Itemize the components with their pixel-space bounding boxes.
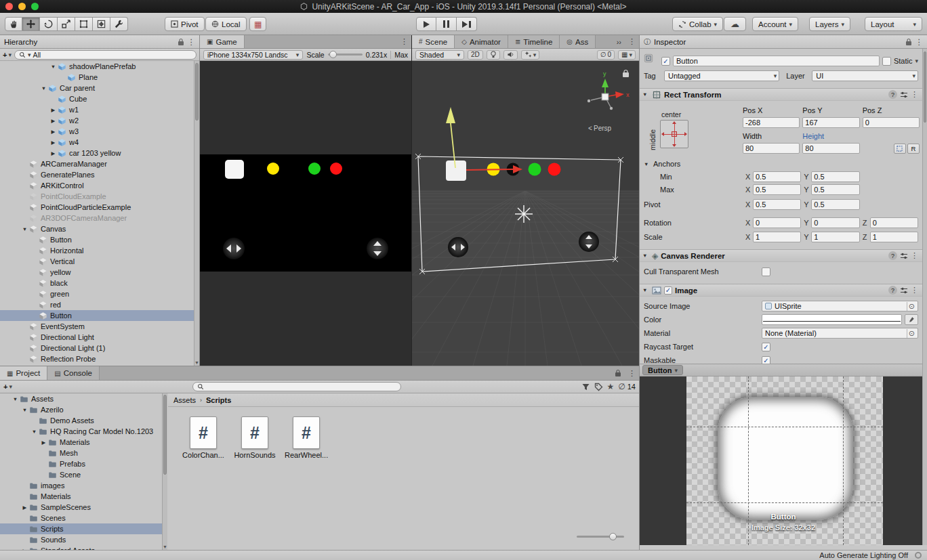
width-field[interactable]: 80 — [743, 143, 800, 154]
anchor-max-y-field[interactable]: 0.5 — [811, 184, 859, 195]
project-folder[interactable]: images — [0, 480, 167, 491]
project-tree-scrollbar[interactable]: ▼ — [162, 393, 167, 550]
hierarchy-item[interactable]: ▼Canvas — [0, 223, 194, 234]
project-folder[interactable]: ▼Assets — [0, 393, 167, 404]
hierarchy-item[interactable]: red — [0, 299, 194, 310]
hierarchy-item[interactable]: ▶w3 — [0, 126, 194, 137]
hierarchy-item[interactable]: Vertical — [0, 256, 194, 267]
scene-button-red[interactable] — [548, 163, 561, 176]
panel-menu-icon[interactable]: ⋮ — [915, 37, 924, 47]
hierarchy-item[interactable]: AR3DOFCameraManager — [0, 213, 194, 223]
expand-arrow-icon[interactable]: ▼ — [20, 226, 29, 232]
hand-tool-button[interactable] — [5, 17, 22, 31]
project-search-input[interactable] — [192, 382, 401, 391]
favorites-icon[interactable]: ★ — [607, 382, 615, 391]
hidden-packages-toggle[interactable]: ∅ 14 — [618, 382, 636, 391]
scene-lighting-button[interactable] — [487, 50, 500, 60]
canvas-renderer-header[interactable]: ▼ ◈ Canvas Renderer ? ⋮ — [640, 249, 922, 262]
rotate-tool-button[interactable] — [40, 17, 58, 31]
pause-button[interactable] — [436, 17, 457, 31]
maskable-checkbox[interactable] — [762, 356, 770, 364]
scene-button-green[interactable] — [529, 163, 541, 176]
panel-menu-icon[interactable]: ⋮ — [188, 37, 196, 47]
hierarchy-item[interactable]: green — [0, 288, 194, 299]
expand-arrow-icon[interactable]: ▶ — [49, 129, 58, 135]
anchor-preset-widget[interactable] — [660, 120, 688, 148]
layer-dropdown[interactable]: UI ▾ — [812, 70, 918, 81]
tab-timeline[interactable]: ≣ Timeline — [508, 35, 560, 48]
pivot-y-field[interactable]: 0.5 — [811, 199, 859, 210]
anchor-max-x-field[interactable]: 0.5 — [753, 184, 801, 195]
rotation-y-field[interactable]: 0 — [811, 217, 859, 228]
blueprint-mode-button[interactable] — [894, 144, 906, 154]
scale-x-field[interactable]: 1 — [753, 232, 801, 242]
scroll-down-icon[interactable]: ▼ — [194, 360, 199, 365]
tab-game[interactable]: ▣ Game — [200, 35, 245, 48]
active-checkbox[interactable] — [661, 57, 670, 66]
project-folder[interactable]: ▶SampleScenes — [0, 502, 167, 513]
project-folder[interactable]: Scenes — [0, 513, 167, 523]
object-picker-icon[interactable]: ⊙ — [907, 329, 916, 338]
move-tool-button[interactable] — [22, 17, 40, 31]
grid-snap-button[interactable]: ▦ — [249, 17, 266, 31]
static-dropdown-icon[interactable]: ▾ — [915, 58, 918, 64]
hierarchy-item[interactable]: PointCloudParticleExample — [0, 202, 194, 213]
name-field[interactable]: Button — [673, 56, 880, 66]
rect-tool-button[interactable] — [75, 17, 93, 31]
icon-size-slider[interactable] — [577, 536, 624, 538]
help-icon[interactable]: ? — [888, 90, 897, 99]
pos-x-field[interactable]: -268 — [743, 117, 800, 128]
presets-icon[interactable] — [900, 286, 908, 295]
transform-tool-button[interactable] — [93, 17, 110, 31]
help-icon[interactable]: ? — [888, 286, 897, 295]
tab-animator[interactable]: ◇ Animator — [455, 35, 508, 48]
breadcrumb-root[interactable]: Assets — [173, 396, 196, 404]
account-dropdown[interactable]: Account ▾ — [752, 17, 798, 31]
expand-arrow-icon[interactable]: ▼ — [49, 64, 58, 70]
panel-menu-icon[interactable]: ⋮ — [397, 35, 411, 48]
preview-object-dropdown[interactable]: Button ▾ — [642, 365, 683, 375]
hierarchy-item[interactable]: Button — [0, 310, 194, 321]
raycast-target-checkbox[interactable] — [762, 343, 770, 351]
persp-label[interactable]: Persp — [594, 125, 612, 132]
component-menu-icon[interactable]: ⋮ — [911, 90, 918, 99]
eyedropper-button[interactable] — [905, 314, 918, 325]
hierarchy-item[interactable]: Plane — [0, 72, 194, 83]
close-window-button[interactable] — [5, 3, 13, 10]
game-button-red[interactable] — [330, 163, 342, 175]
expand-arrow-icon[interactable]: ▶ — [49, 150, 58, 156]
step-button[interactable] — [457, 17, 477, 31]
project-file[interactable]: #RearWheel... — [285, 416, 328, 459]
lock-icon[interactable] — [178, 38, 184, 46]
project-folder[interactable]: Sounds — [0, 534, 167, 545]
create-button[interactable]: + ▾ — [3, 51, 12, 59]
game-button-yellow[interactable] — [267, 163, 279, 175]
pos-z-field[interactable]: 0 — [863, 117, 920, 128]
foldout-icon[interactable]: ▼ — [644, 161, 651, 167]
anchor-min-x-field[interactable]: 0.5 — [753, 171, 801, 182]
search-by-type-button[interactable] — [581, 383, 590, 391]
hierarchy-item[interactable]: ▼shadowPlanePrefab — [0, 61, 194, 72]
hierarchy-item[interactable]: ▶car 1203 yellow — [0, 148, 194, 158]
hierarchy-item[interactable]: ▼Car parent — [0, 83, 194, 93]
project-folder[interactable]: Materials — [0, 491, 167, 502]
tab-asset-store[interactable]: ◎ Ass — [560, 35, 596, 48]
grid-settings-dropdown[interactable]: ▦ ▾ — [618, 50, 636, 60]
expand-arrow-icon[interactable]: ▶ — [49, 107, 58, 113]
hierarchy-item[interactable]: PointCloudExample — [0, 191, 194, 202]
expand-arrow-icon[interactable]: ▼ — [11, 396, 20, 402]
hierarchy-item[interactable]: ▶w2 — [0, 115, 194, 126]
scroll-down-icon[interactable]: ▼ — [163, 544, 167, 549]
image-enabled-checkbox[interactable] — [664, 286, 672, 295]
expand-arrow-icon[interactable]: ▼ — [39, 85, 48, 91]
hierarchy-item[interactable]: ARKitControl — [0, 180, 194, 191]
hierarchy-item[interactable]: black — [0, 278, 194, 288]
hierarchy-scrollbar[interactable]: ▼ — [194, 61, 199, 366]
expand-arrow-icon[interactable]: ▶ — [39, 439, 48, 446]
rect-transform-header[interactable]: ▼ Rect Transform ? ⋮ — [640, 88, 922, 101]
project-folder[interactable]: ▶Standard Assets — [0, 545, 167, 550]
scene-effects-dropdown[interactable]: ▾ — [521, 50, 540, 60]
tab-console[interactable]: ▤ Console — [47, 366, 100, 380]
scene-audio-button[interactable] — [503, 50, 518, 60]
collab-dropdown[interactable]: Collab ▾ — [672, 17, 723, 31]
